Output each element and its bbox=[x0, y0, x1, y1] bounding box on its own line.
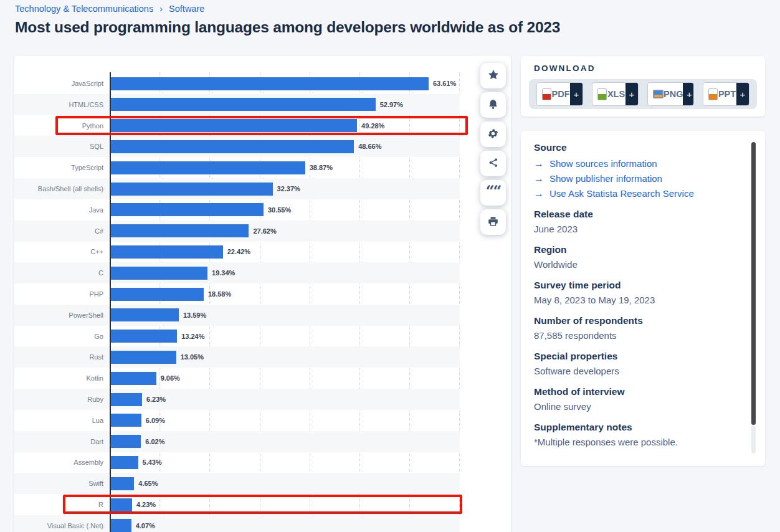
source-panel: Source → Show sources information → Show… bbox=[521, 131, 765, 466]
bar[interactable] bbox=[111, 224, 249, 237]
value-label: 38.87% bbox=[310, 157, 333, 178]
chart-row: C# 27.62% bbox=[14, 221, 460, 242]
source-link[interactable]: → Use Ask Statista Research Service bbox=[534, 188, 746, 199]
bar[interactable] bbox=[111, 456, 138, 469]
bar[interactable] bbox=[111, 267, 207, 280]
bar[interactable] bbox=[111, 203, 264, 216]
plus-badge[interactable]: + bbox=[570, 83, 583, 105]
y-axis-line bbox=[110, 72, 111, 532]
source-link[interactable]: → Show sources information bbox=[534, 158, 746, 169]
xls-file-icon bbox=[597, 88, 607, 100]
category-label: C++ bbox=[14, 241, 103, 262]
chart-row: Go 13.24% bbox=[14, 326, 460, 347]
plus-badge[interactable]: + bbox=[736, 83, 749, 105]
source-link[interactable]: → Show publisher information bbox=[534, 173, 746, 184]
share-button[interactable] bbox=[480, 151, 506, 176]
value-label: 22.42% bbox=[227, 241, 250, 262]
arrow-right-icon: → bbox=[534, 174, 544, 183]
bar[interactable] bbox=[111, 477, 134, 490]
value-label: 19.34% bbox=[212, 262, 235, 283]
settings-button[interactable] bbox=[480, 121, 506, 147]
scrollbar-thumb[interactable] bbox=[751, 142, 756, 425]
bar[interactable] bbox=[111, 161, 305, 174]
field-value: 87,585 respondents bbox=[534, 330, 746, 341]
field-label: Survey time period bbox=[534, 280, 746, 291]
bar[interactable] bbox=[111, 98, 376, 111]
bar[interactable] bbox=[111, 245, 223, 259]
field-value: May 8, 2023 to May 19, 2023 bbox=[534, 295, 746, 305]
bell-icon bbox=[487, 98, 499, 112]
download-png-button[interactable]: PNG + bbox=[647, 82, 694, 106]
bar[interactable] bbox=[111, 519, 131, 532]
bar[interactable] bbox=[111, 288, 204, 301]
category-label: PowerShell bbox=[14, 305, 103, 326]
category-label: C# bbox=[14, 221, 103, 242]
value-label: 13.05% bbox=[181, 346, 204, 368]
pdf-file-icon bbox=[542, 88, 551, 100]
metadata-field: Region Worldwide bbox=[534, 244, 746, 270]
source-link-label: Use Ask Statista Research Service bbox=[549, 188, 694, 199]
chart-row: Dart 6.02% bbox=[14, 431, 460, 452]
bar[interactable] bbox=[111, 140, 354, 153]
panel-scrollbar[interactable] bbox=[751, 142, 756, 454]
download-xls-button[interactable]: XLS + bbox=[592, 82, 639, 106]
scrollbar-track bbox=[751, 425, 756, 454]
star-icon bbox=[487, 69, 500, 83]
value-label: 13.24% bbox=[181, 326, 204, 347]
category-label: HTML/CSS bbox=[14, 94, 103, 115]
notifications-button[interactable] bbox=[480, 92, 506, 118]
value-label: 52.97% bbox=[380, 94, 403, 115]
format-label: XLS bbox=[607, 89, 625, 99]
value-label: 6.23% bbox=[146, 389, 166, 410]
breadcrumb: Technology & Telecommunications › Softwa… bbox=[15, 4, 204, 14]
bar[interactable] bbox=[111, 393, 142, 406]
chart-row: Lua 6.09% bbox=[14, 410, 460, 431]
value-label: 13.59% bbox=[183, 305, 206, 326]
source-heading: Source bbox=[534, 142, 746, 153]
png-file-icon bbox=[653, 90, 663, 98]
metadata-field: Number of respondents 87,585 respondents bbox=[534, 315, 746, 341]
chart-row: PowerShell 13.59% bbox=[14, 305, 460, 326]
field-label: Number of respondents bbox=[534, 315, 746, 326]
metadata-field: Release date June 2023 bbox=[534, 209, 746, 234]
highlight-annotation-r bbox=[63, 495, 462, 514]
breadcrumb-link-category[interactable]: Technology & Telecommunications bbox=[15, 4, 153, 14]
bar[interactable] bbox=[111, 77, 429, 90]
category-label: Visual Basic (.Net) bbox=[14, 515, 103, 532]
plus-badge[interactable]: + bbox=[625, 83, 638, 105]
chart-card: JavaScript 63.61% HTML/CSS 52.97% Python… bbox=[14, 55, 511, 532]
plus-badge[interactable]: + bbox=[683, 83, 694, 105]
category-label: Java bbox=[14, 199, 103, 221]
category-label: Swift bbox=[14, 473, 103, 494]
chart-row: C 19.34% bbox=[14, 262, 460, 283]
bar[interactable] bbox=[111, 372, 156, 385]
bar[interactable] bbox=[111, 435, 141, 448]
field-value: Worldwide bbox=[534, 259, 746, 270]
category-label: Bash/Shell (all shells) bbox=[14, 178, 103, 199]
value-label: 5.43% bbox=[143, 452, 162, 473]
print-button[interactable] bbox=[480, 209, 506, 235]
bar[interactable] bbox=[111, 183, 273, 196]
bar[interactable] bbox=[111, 308, 179, 321]
format-label: PNG bbox=[663, 89, 683, 99]
value-label: 48.66% bbox=[358, 136, 381, 157]
download-panel: DOWNLOAD PDF + XLS + PNG + PPT + bbox=[521, 56, 765, 116]
value-label: 63.61% bbox=[433, 73, 456, 94]
field-label: Supplementary notes bbox=[534, 422, 746, 433]
favorite-button[interactable] bbox=[480, 63, 506, 88]
value-label: 4.07% bbox=[136, 515, 155, 532]
bar[interactable] bbox=[111, 351, 176, 364]
cite-button[interactable]: ““ bbox=[480, 180, 506, 206]
download-ppt-button[interactable]: PPT + bbox=[703, 82, 749, 106]
bar[interactable] bbox=[111, 330, 177, 343]
download-pdf-button[interactable]: PDF + bbox=[536, 82, 583, 106]
breadcrumb-link-subcategory[interactable]: Software bbox=[169, 4, 204, 14]
category-label: SQL bbox=[14, 136, 103, 157]
chart-row: Rust 13.05% bbox=[14, 346, 460, 368]
category-label: Ruby bbox=[14, 389, 103, 410]
field-value: Software developers bbox=[534, 366, 746, 376]
value-label: 4.65% bbox=[138, 473, 158, 494]
chart-row: TypeScript 38.87% bbox=[14, 157, 460, 178]
bar[interactable] bbox=[111, 414, 141, 427]
category-label: Kotlin bbox=[14, 368, 103, 389]
